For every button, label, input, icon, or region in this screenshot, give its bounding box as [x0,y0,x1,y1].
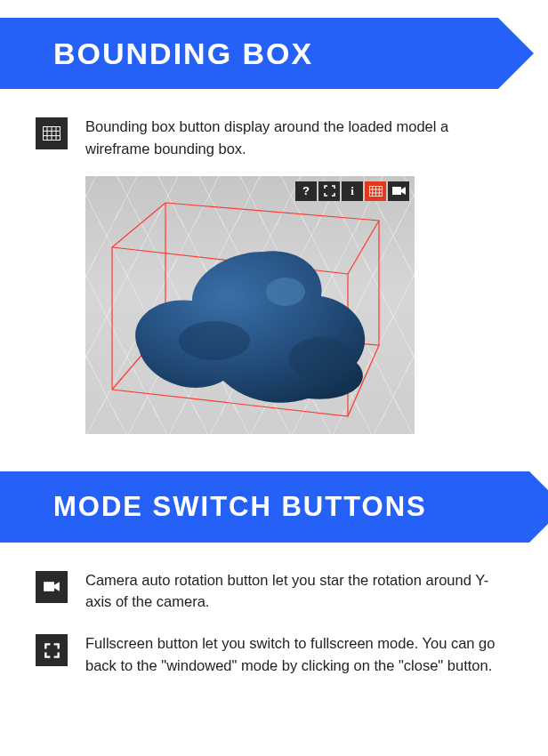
svg-line-8 [112,203,165,247]
bounding-box-button[interactable] [365,181,386,201]
feature-row-fullscreen: Fullscreen button let you switch to full… [36,632,512,677]
svg-point-12 [266,277,305,306]
info-icon: i [351,184,354,198]
section-body-1: Bounding box button display around the l… [0,116,548,434]
help-icon: ? [302,184,310,197]
svg-rect-22 [44,582,54,591]
camera-icon [392,186,406,196]
banner-title: MODE SWITCH BUTTONS [53,491,427,523]
feature-description: Bounding box button display around the l… [85,116,512,160]
feature-row-bounding-box: Bounding box button display around the l… [36,116,512,160]
grid-icon [369,186,383,197]
feature-description: Camera auto rotation button let you star… [85,569,512,614]
help-button[interactable]: ? [295,181,317,201]
feature-description: Fullscreen button let you switch to full… [85,632,512,677]
section-banner-bounding-box: BOUNDING BOX [0,18,498,89]
camera-button[interactable] [388,181,409,201]
viewer-toolbar: ? i [295,181,409,201]
camera-icon [36,571,68,603]
svg-point-14 [289,337,353,380]
svg-rect-21 [392,187,401,195]
fullscreen-icon [324,185,335,197]
section-body-2: Camera auto rotation button let you star… [0,569,548,677]
fullscreen-button[interactable] [318,181,340,201]
grid-icon [36,117,68,149]
banner-title: BOUNDING BOX [53,36,313,71]
info-button[interactable]: i [342,181,363,201]
svg-point-13 [179,321,250,360]
viewer-screenshot: ? i [85,176,415,434]
fullscreen-icon [36,634,68,666]
feature-row-camera-rotation: Camera auto rotation button let you star… [36,569,512,614]
section-banner-mode-switch: MODE SWITCH BUTTONS [0,471,529,543]
model-mesh [130,247,379,407]
